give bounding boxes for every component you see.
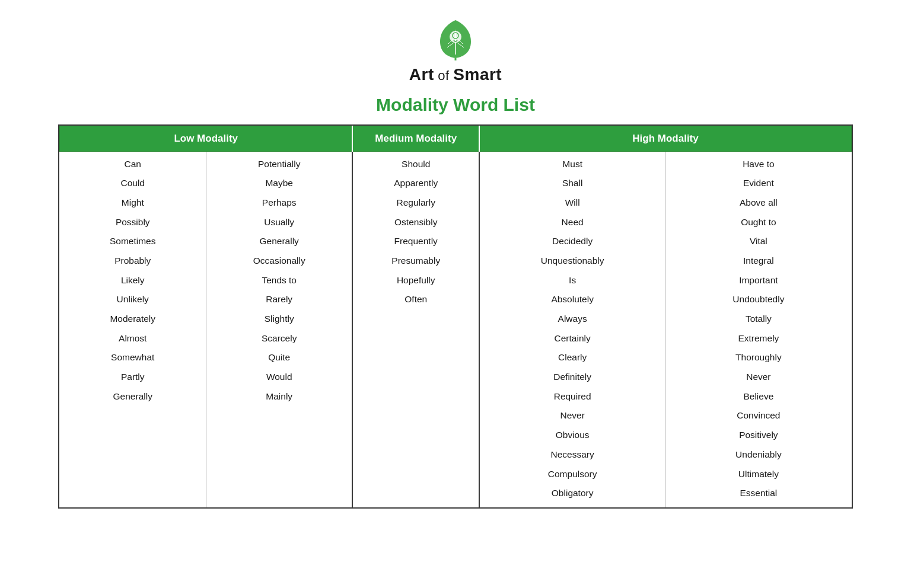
list-item: Need: [559, 212, 586, 232]
list-item: Mainly: [263, 386, 295, 406]
list-item: Would: [264, 368, 295, 387]
low-col2-list: PotentiallyMaybePerhapsUsuallyGenerallyO…: [206, 152, 352, 411]
list-item: Maybe: [263, 174, 295, 193]
list-item: Unquestionably: [539, 251, 607, 270]
list-item: Obvious: [553, 426, 592, 445]
list-item: Evident: [741, 174, 776, 193]
svg-line-5: [451, 31, 453, 33]
list-item: Absolutely: [549, 290, 596, 309]
list-item: Generally: [111, 386, 155, 406]
list-item: Ultimately: [736, 464, 781, 484]
header-high: High Modality: [479, 126, 851, 152]
list-item: Totally: [743, 309, 774, 329]
low-col2-cell: PotentiallyMaybePerhapsUsuallyGenerallyO…: [206, 152, 352, 508]
list-item: Shall: [560, 174, 585, 193]
list-item: Could: [118, 174, 147, 193]
low-col1-cell: CanCouldMightPossiblySometimesProbablyLi…: [60, 152, 206, 508]
list-item: Undeniably: [733, 445, 784, 464]
list-item: Occasionally: [251, 251, 308, 270]
list-item: Undoubtedly: [730, 290, 786, 309]
list-item: Essential: [737, 484, 779, 503]
high-col1-cell: MustShallWillNeedDecidedlyUnquestionably…: [479, 152, 665, 508]
header-low: Low Modality: [60, 126, 353, 152]
list-item: Definitely: [551, 368, 594, 387]
list-item: Must: [560, 154, 585, 174]
list-item: Hopefully: [394, 270, 438, 290]
list-item: Never: [558, 406, 587, 426]
high-col1-list: MustShallWillNeedDecidedlyUnquestionably…: [480, 152, 665, 507]
list-item: Partly: [119, 368, 147, 387]
list-item: Clearly: [556, 348, 589, 368]
list-item: Almost: [116, 328, 149, 348]
page-title: Modality Word List: [376, 95, 535, 115]
list-item: Possibly: [113, 212, 152, 232]
list-item: Might: [119, 193, 146, 212]
table-header: Low Modality Medium Modality High Modali…: [60, 126, 852, 152]
list-item: Moderately: [107, 309, 158, 329]
svg-line-4: [459, 31, 460, 33]
list-item: Necessary: [549, 445, 597, 464]
list-item: Ostensibly: [392, 212, 439, 232]
logo-art: Art: [409, 65, 434, 84]
list-item: Have to: [740, 154, 776, 174]
list-item: Positively: [737, 426, 780, 445]
modality-table: Low Modality Medium Modality High Modali…: [58, 124, 853, 509]
high-col2-cell: Have toEvidentAbove allOught toVitalInte…: [665, 152, 852, 508]
list-item: Decidedly: [550, 232, 595, 251]
list-item: Believe: [741, 386, 776, 406]
list-item: Generally: [257, 232, 301, 251]
logo-smart: Smart: [453, 65, 502, 84]
list-item: Should: [399, 154, 432, 174]
list-item: Often: [402, 290, 429, 309]
list-item: Presumably: [389, 251, 442, 270]
list-item: Usually: [262, 212, 297, 232]
list-item: Rarely: [263, 290, 295, 309]
list-item: Vital: [747, 232, 770, 251]
list-item: Regularly: [394, 193, 437, 212]
list-item: Probably: [112, 251, 153, 270]
low-col1-list: CanCouldMightPossiblySometimesProbablyLi…: [60, 152, 206, 411]
header-medium: Medium Modality: [352, 126, 479, 152]
high-col2-list: Have toEvidentAbove allOught toVitalInte…: [665, 152, 851, 507]
list-item: Obligatory: [549, 484, 596, 503]
list-item: Above all: [737, 193, 780, 212]
list-item: Potentially: [256, 154, 303, 174]
list-item: Always: [556, 309, 590, 329]
list-item: Certainly: [552, 328, 593, 348]
list-item: Compulsory: [546, 464, 600, 484]
list-item: Is: [566, 270, 578, 290]
medium-col-cell: ShouldApparentlyRegularlyOstensiblyFrequ…: [352, 152, 479, 508]
list-item: Important: [737, 270, 780, 290]
logo-icon: [434, 18, 477, 63]
list-item: Somewhat: [109, 348, 157, 368]
medium-col-list: ShouldApparentlyRegularlyOstensiblyFrequ…: [353, 152, 479, 314]
list-item: Can: [122, 154, 144, 174]
list-item: Scarcely: [259, 328, 299, 348]
list-item: Apparently: [391, 174, 440, 193]
list-item: Likely: [119, 270, 147, 290]
logo-of: of: [434, 68, 454, 83]
list-item: Slightly: [262, 309, 297, 329]
list-item: Quite: [266, 348, 292, 368]
list-item: Integral: [741, 251, 776, 270]
list-item: Convinced: [734, 406, 782, 426]
list-item: Required: [552, 386, 594, 406]
logo-text: Art of Smart: [409, 65, 502, 84]
logo-area: Art of Smart: [409, 18, 502, 84]
list-item: Sometimes: [107, 232, 158, 251]
list-item: Frequently: [392, 232, 440, 251]
list-item: Will: [563, 193, 582, 212]
list-item: Ought to: [738, 212, 778, 232]
list-item: Perhaps: [260, 193, 299, 212]
list-item: Never: [744, 368, 773, 387]
list-item: Tends to: [259, 270, 299, 290]
list-item: Unlikely: [114, 290, 151, 309]
list-item: Extremely: [735, 328, 781, 348]
table-body-row: CanCouldMightPossiblySometimesProbablyLi…: [60, 152, 852, 508]
list-item: Thoroughly: [733, 348, 784, 368]
